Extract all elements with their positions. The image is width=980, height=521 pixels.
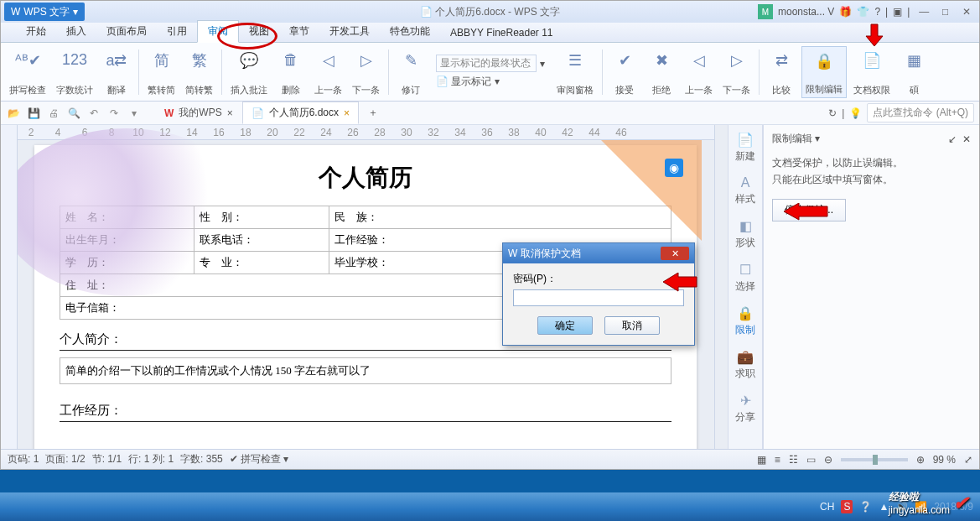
rb-track-state[interactable]: 显示标记的最终状态 <box>436 55 537 72</box>
rb-tcconv[interactable]: 繁简转繁 <box>182 46 216 98</box>
side-iconbar: 📄新建 A样式 ◧形状 ☐选择 🔒限制 💼求职 ✈分享 ⚙ <box>728 125 763 449</box>
gift-icon[interactable]: 🎁 <box>839 6 852 18</box>
rb-restrict-edit[interactable]: 🔒限制编辑 <box>801 46 847 98</box>
status-page[interactable]: 页码: 1 <box>8 452 39 466</box>
qa-redo-icon[interactable]: ↷ <box>106 106 122 121</box>
status-bar: 页码: 1 页面: 1/2 节: 1/1 行: 1 列: 1 字数: 355 ✔… <box>1 449 979 469</box>
search-command-box[interactable]: 点此查找命令 (Alt+Q) <box>867 103 974 122</box>
unprotect-dialog: W 取消保护文档 ✕ 密码(P)： 确定 取消 <box>502 242 695 346</box>
sb-shape[interactable]: ◧形状 <box>735 218 755 250</box>
sb-job[interactable]: 💼求职 <box>735 349 755 381</box>
ribbon-toggle-icon[interactable]: ▣ <box>893 6 902 18</box>
rb-delete[interactable]: 🗑删除 <box>274 46 308 98</box>
rb-next[interactable]: ▷下一条 <box>349 46 383 98</box>
rb-doc-perm[interactable]: 📄文档权限 <box>850 46 894 98</box>
sb-select[interactable]: ☐选择 <box>735 262 755 294</box>
tab-insert[interactable]: 插入 <box>56 21 96 42</box>
dialog-title: 取消保护文档 <box>521 247 581 261</box>
close-button[interactable]: ✕ <box>957 6 976 18</box>
rb-hard[interactable]: ▦碩 <box>897 46 931 98</box>
sb-restrict[interactable]: 🔒限制 <box>735 305 755 337</box>
wps-logo-icon: W <box>11 6 20 18</box>
doctab-doc[interactable]: 📄个人简历6.docx× <box>242 102 359 124</box>
wps-dialog-icon: W <box>508 247 517 259</box>
minimize-button[interactable]: — <box>915 6 933 18</box>
status-spell[interactable]: 拼写检查 <box>241 453 281 465</box>
location-pin-icon[interactable]: ◉ <box>665 159 683 177</box>
tab-review[interactable]: 审阅 <box>197 20 239 43</box>
sb-new[interactable]: 📄新建 <box>735 132 755 164</box>
help-icon[interactable]: ? <box>874 6 880 18</box>
rb-prev[interactable]: ◁上一条 <box>311 46 345 98</box>
user-name-label[interactable]: moonsta... V <box>778 6 834 18</box>
title-bar: W WPS 文字 ▾ 📄 个人简历6.docx - WPS 文字 M moons… <box>1 1 979 23</box>
menu-tabs: 开始 插入 页面布局 引用 审阅 视图 章节 开发工具 特色功能 ABBYY F… <box>1 23 979 43</box>
ribbon: ᴬᴮ✔拼写检查 123字数统计 a⇄翻译 简繁转简 繁简转繁 💬插入批注 🗑删除… <box>1 43 979 102</box>
panel-close-icon[interactable]: ✕ <box>962 133 971 145</box>
tray-sogou-icon[interactable]: S <box>841 500 853 513</box>
tab-devtools[interactable]: 开发工具 <box>319 21 380 42</box>
view-print-icon[interactable]: ▦ <box>757 454 766 466</box>
rb-insert-comment[interactable]: 💬插入批注 <box>227 46 271 98</box>
sb-style[interactable]: A样式 <box>735 175 755 206</box>
view-web-icon[interactable]: ☷ <box>789 454 798 466</box>
rb-prev2[interactable]: ◁上一条 <box>682 46 716 98</box>
zoom-slider[interactable] <box>841 458 908 461</box>
status-section[interactable]: 节: 1/1 <box>92 452 122 466</box>
tab-references[interactable]: 引用 <box>157 21 197 42</box>
rb-show-markup[interactable]: 📄 显示标记 ▾ <box>436 75 500 89</box>
scrollbar-vertical[interactable] <box>714 125 728 449</box>
qa-save-icon[interactable]: 💾 <box>26 106 41 121</box>
tab-chapter[interactable]: 章节 <box>279 21 319 42</box>
rb-translate[interactable]: a⇄翻译 <box>100 46 133 98</box>
tab-special[interactable]: 特色功能 <box>380 21 440 42</box>
zoom-level[interactable]: 99 % <box>933 454 956 466</box>
dialog-close-button[interactable]: ✕ <box>661 247 689 260</box>
user-avatar[interactable]: M <box>758 4 773 19</box>
dialog-cancel-button[interactable]: 取消 <box>604 316 660 335</box>
rb-accept[interactable]: ✔接受 <box>608 46 641 98</box>
rb-scconv[interactable]: 简繁转简 <box>144 46 179 98</box>
tray-help-icon[interactable]: ❔ <box>859 501 872 513</box>
maximize-button[interactable]: □ <box>936 6 955 18</box>
qa-open-icon[interactable]: 📂 <box>6 106 21 121</box>
chevron-down-icon: ▾ <box>73 6 78 18</box>
rb-spellcheck[interactable]: ᴬᴮ✔拼写检查 <box>6 46 49 98</box>
fullscreen-icon[interactable]: ⤢ <box>964 454 972 466</box>
qa-print-icon[interactable]: 🖨 <box>46 106 61 121</box>
qa-preview-icon[interactable]: 🔍 <box>66 106 81 121</box>
qa-cloud-icon[interactable]: ↻ <box>828 107 837 119</box>
status-line[interactable]: 行: 1 列: 1 <box>128 452 174 466</box>
shirt-icon[interactable]: 👕 <box>857 6 869 18</box>
rb-wordcount[interactable]: 123字数统计 <box>53 46 96 98</box>
status-pages[interactable]: 页面: 1/2 <box>45 452 85 466</box>
doctab-mywps[interactable]: W我的WPS× <box>155 102 242 124</box>
qa-undo-icon[interactable]: ↶ <box>86 106 101 121</box>
password-input[interactable] <box>513 289 684 306</box>
rb-revise[interactable]: ✎修订 <box>394 46 428 98</box>
zoom-in-button[interactable]: ⊕ <box>916 454 925 466</box>
rb-reject[interactable]: ✖拒绝 <box>645 46 678 98</box>
rb-compare[interactable]: ⇄比较 <box>765 46 798 98</box>
rb-review-pane[interactable]: ☰审阅窗格 <box>553 46 597 98</box>
tray-ime[interactable]: CH <box>820 501 834 513</box>
tab-view[interactable]: 视图 <box>239 21 279 42</box>
app-menu-button[interactable]: W WPS 文字 ▾ <box>4 3 85 21</box>
tab-page-layout[interactable]: 页面布局 <box>96 21 157 42</box>
taskbar: CH S ❔ ▲ 🔊 📶 2018/8/9 <box>0 492 980 521</box>
watermark-check-icon: ✔ <box>953 492 968 514</box>
status-words[interactable]: 字数: 355 <box>180 452 223 466</box>
view-outline-icon[interactable]: ≡ <box>775 454 780 466</box>
sb-share[interactable]: ✈分享 <box>735 393 755 425</box>
doctab-add[interactable]: ＋ <box>359 102 387 124</box>
tab-start[interactable]: 开始 <box>16 21 56 42</box>
qa-dropdown-icon[interactable]: ▾ <box>127 106 142 121</box>
panel-undock-icon[interactable]: ↙ <box>948 133 957 145</box>
rb-next2[interactable]: ▷下一条 <box>719 46 754 98</box>
tab-abbyy[interactable]: ABBYY FineReader 11 <box>440 23 563 42</box>
zoom-out-button[interactable]: ⊖ <box>824 454 832 466</box>
dialog-ok-button[interactable]: 确定 <box>537 316 593 335</box>
tray-up-icon[interactable]: ▲ <box>879 501 889 513</box>
view-read-icon[interactable]: ▭ <box>806 454 816 466</box>
resume-heading: 个人简历 <box>60 162 671 194</box>
